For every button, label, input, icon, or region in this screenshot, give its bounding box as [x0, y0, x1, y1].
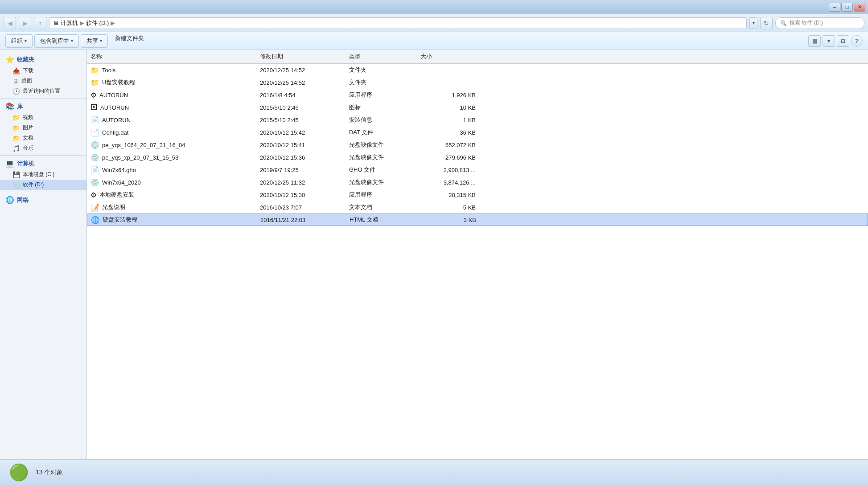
file-icon: 💿: [91, 141, 99, 149]
table-row[interactable]: 📁 U盘安装教程 2020/12/25 14:52 文件夹: [87, 76, 868, 89]
sidebar-group-favorites[interactable]: ⭐ 收藏夹: [0, 53, 86, 66]
file-date: 2020/10/12 15:42: [256, 129, 346, 136]
sidebar-item-pictures[interactable]: 📁 图片: [0, 123, 86, 133]
organize-button[interactable]: 组织 ▾: [5, 34, 33, 48]
table-row[interactable]: 💿 pe_yqs_1064_20_07_31_16_04 2020/10/12 …: [87, 139, 868, 151]
documents-icon: 📁: [12, 135, 20, 142]
sidebar-divider-3: [0, 192, 86, 192]
view-dropdown-button[interactable]: ▾: [823, 35, 835, 47]
file-type: 文件夹: [346, 66, 417, 74]
sidebar-item-drive-d[interactable]: 💿 软件 (D:): [0, 180, 86, 190]
table-row[interactable]: 💿 pe_yqs_xp_20_07_31_15_53 2020/10/12 15…: [87, 151, 868, 164]
col-header-type[interactable]: 类型: [346, 52, 417, 62]
breadcrumb-drive[interactable]: 软件 (D:): [86, 19, 109, 27]
table-row[interactable]: 📄 Config.dat 2020/10/12 15:42 DAT 文件 36 …: [87, 126, 868, 139]
toolbar: 组织 ▾ 包含到库中 ▾ 共享 ▾ 新建文件夹 ▦ ▾ ⊡ ?: [0, 32, 868, 50]
main-area: ⭐ 收藏夹 📥 下载 🖥 桌面 🕐 最近访问的位置 📚 库: [0, 50, 868, 459]
file-type: 文件夹: [346, 78, 417, 86]
file-name: U盘安装教程: [102, 78, 135, 86]
help-button[interactable]: ?: [851, 35, 863, 47]
table-row[interactable]: 📁 Tools 2020/12/25 14:52 文件夹: [87, 64, 868, 76]
breadcrumb-computer[interactable]: 计算机: [61, 19, 78, 27]
network-icon: 🌐: [5, 196, 14, 204]
sidebar-item-recent[interactable]: 🕐 最近访问的位置: [0, 86, 86, 96]
table-row[interactable]: 🖼 AUTORUN 2015/5/10 2:45 图标 10 KB: [87, 101, 868, 114]
back-button[interactable]: ◀: [4, 17, 16, 29]
sidebar-group-network[interactable]: 🌐 网络: [0, 194, 86, 206]
table-row[interactable]: ⚙ AUTORUN 2016/1/8 4:54 应用程序 1,926 KB: [87, 89, 868, 101]
breadcrumb[interactable]: 🖥 计算机 ▶ 软件 (D:) ▶: [49, 17, 747, 29]
music-label: 音乐: [23, 144, 33, 152]
file-type: GHO 文件: [346, 166, 417, 174]
col-header-name[interactable]: 名称: [87, 52, 256, 62]
file-name: Win7x64_2020: [102, 179, 141, 186]
download-label: 下载: [23, 67, 33, 74]
search-bar[interactable]: 🔍 搜索 软件 (D:): [775, 17, 864, 29]
file-date: 2020/10/12 15:30: [256, 192, 346, 198]
share-label: 共享: [86, 37, 98, 45]
title-bar-buttons: ─ □ ✕: [829, 3, 865, 12]
file-icon: 📝: [91, 203, 99, 212]
new-folder-button[interactable]: 新建文件夹: [110, 34, 149, 48]
close-button[interactable]: ✕: [854, 3, 865, 12]
favorites-label: 收藏夹: [17, 56, 34, 64]
share-button[interactable]: 共享 ▾: [81, 34, 108, 48]
file-date: 2020/10/12 15:41: [256, 142, 346, 148]
refresh-button[interactable]: ↻: [760, 17, 773, 29]
recent-label: 最近访问的位置: [23, 87, 60, 95]
sidebar-item-video[interactable]: 📁 视频: [0, 112, 86, 123]
sidebar-group-computer[interactable]: 💻 计算机: [0, 157, 86, 169]
file-name: 光盘说明: [102, 203, 125, 211]
forward-button[interactable]: ▶: [19, 17, 31, 29]
maximize-button[interactable]: □: [841, 3, 853, 12]
file-date: 2016/11/21 22:03: [257, 217, 346, 223]
video-icon: 📁: [12, 114, 20, 121]
file-size: 652,072 KB: [417, 142, 479, 148]
sidebar-group-library[interactable]: 📚 库: [0, 100, 86, 112]
view-toggle-button[interactable]: ▦: [808, 35, 821, 47]
library-label: 库: [17, 103, 23, 111]
col-header-size[interactable]: 大小: [417, 52, 479, 62]
sidebar-divider-1: [0, 98, 86, 99]
sidebar-section-computer: 💻 计算机 💾 本地磁盘 (C:) 💿 软件 (D:): [0, 157, 86, 190]
up-button[interactable]: ↑: [34, 17, 46, 29]
file-date: 2015/5/10 2:45: [256, 104, 346, 111]
table-row[interactable]: 📄 AUTORUN 2015/5/10 2:45 安装信息 1 KB: [87, 114, 868, 126]
table-row[interactable]: 💿 Win7x64_2020 2020/12/25 11:32 光盘映像文件 3…: [87, 176, 868, 189]
address-bar: ◀ ▶ ↑ 🖥 计算机 ▶ 软件 (D:) ▶ ▾ ↻ 🔍 搜索 软件 (D:): [0, 14, 868, 32]
table-row[interactable]: 📄 Win7x64.gho 2019/9/7 19:25 GHO 文件 2,90…: [87, 164, 868, 176]
minimize-button[interactable]: ─: [829, 3, 840, 12]
file-type: 文本文档: [346, 203, 417, 211]
file-size: 1,926 KB: [417, 92, 479, 99]
address-dropdown-button[interactable]: ▾: [749, 17, 757, 29]
status-app-icon: 🟢: [9, 463, 29, 482]
sidebar-item-drive-c[interactable]: 💾 本地磁盘 (C:): [0, 169, 86, 180]
breadcrumb-sep-1: ▶: [80, 20, 84, 26]
table-row[interactable]: 🌐 硬盘安装教程 2016/11/21 22:03 HTML 文档 3 KB: [87, 214, 868, 226]
file-icon: ⚙: [91, 91, 97, 99]
preview-pane-button[interactable]: ⊡: [837, 35, 849, 47]
file-type: 光盘映像文件: [346, 153, 417, 161]
sidebar-divider-2: [0, 155, 86, 156]
table-row[interactable]: ⚙ 本地硬盘安装 2020/10/12 15:30 应用程序 28,315 KB: [87, 189, 868, 201]
file-name: AUTORUN: [100, 104, 129, 111]
desktop-label: 桌面: [21, 77, 32, 85]
sidebar-item-documents[interactable]: 📁 文档: [0, 133, 86, 143]
table-row[interactable]: 📝 光盘说明 2016/10/23 7:07 文本文档 5 KB: [87, 201, 868, 214]
include-dropdown-icon: ▾: [71, 38, 73, 43]
file-icon: 📄: [91, 116, 99, 124]
video-label: 视频: [23, 114, 33, 121]
sidebar-item-music[interactable]: 🎵 音乐: [0, 143, 86, 153]
file-size: 1 KB: [417, 117, 479, 123]
include-library-button[interactable]: 包含到库中 ▾: [34, 34, 79, 48]
sidebar-item-desktop[interactable]: 🖥 桌面: [0, 76, 86, 86]
col-header-date[interactable]: 修改日期: [256, 52, 346, 62]
sidebar-item-download[interactable]: 📥 下载: [0, 66, 86, 76]
file-size: 5 KB: [417, 204, 479, 211]
pictures-label: 图片: [23, 124, 33, 132]
file-size: 36 KB: [417, 129, 479, 136]
file-type: 应用程序: [346, 191, 417, 199]
file-size: 3 KB: [417, 217, 480, 223]
file-date: 2020/12/25 14:52: [256, 67, 346, 74]
file-date: 2016/1/8 4:54: [256, 92, 346, 99]
